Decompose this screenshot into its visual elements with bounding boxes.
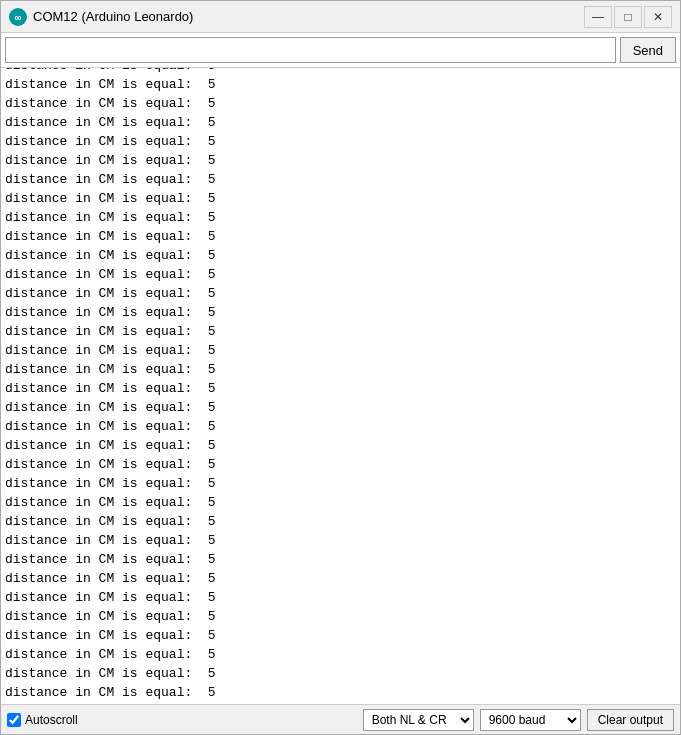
minimize-button[interactable]: —: [584, 6, 612, 28]
output-line: distance in CM is equal: 5: [5, 265, 676, 284]
output-line: distance in CM is equal: 5: [5, 550, 676, 569]
window-controls: — □ ✕: [584, 6, 672, 28]
output-line: distance in CM is equal: 5: [5, 151, 676, 170]
output-line: distance in CM is equal: 5: [5, 170, 676, 189]
output-area[interactable]: distance in CM is equal: 5distance in CM…: [1, 68, 680, 704]
output-line: distance in CM is equal: 5: [5, 436, 676, 455]
output-line: distance in CM is equal: 5: [5, 227, 676, 246]
output-line: distance in CM is equal: 5: [5, 531, 676, 550]
output-line: distance in CM is equal: 5: [5, 417, 676, 436]
output-line: distance in CM is equal: 5: [5, 94, 676, 113]
maximize-button[interactable]: □: [614, 6, 642, 28]
serial-input[interactable]: [5, 37, 616, 63]
output-line: distance in CM is equal: 5: [5, 113, 676, 132]
output-line: distance in CM is equal: 5: [5, 68, 676, 75]
output-line: distance in CM is equal: 5: [5, 455, 676, 474]
output-line: distance in CM is equal: 5: [5, 588, 676, 607]
clear-output-button[interactable]: Clear output: [587, 709, 674, 731]
send-button[interactable]: Send: [620, 37, 676, 63]
autoscroll-label[interactable]: Autoscroll: [7, 713, 78, 727]
svg-text:∞: ∞: [14, 12, 21, 23]
close-button[interactable]: ✕: [644, 6, 672, 28]
output-line: distance in CM is equal: 5: [5, 379, 676, 398]
output-line: distance in CM is equal: 5: [5, 569, 676, 588]
output-line: distance in CM is equal: 5: [5, 284, 676, 303]
serial-monitor-window: ∞ COM12 (Arduino Leonardo) — □ ✕ Send di…: [0, 0, 681, 735]
output-line: distance in CM is equal: 5: [5, 626, 676, 645]
output-line: distance in CM is equal: 5: [5, 132, 676, 151]
output-line: distance in CM is equal: 5: [5, 208, 676, 227]
output-line: distance in CM is equal: 5: [5, 303, 676, 322]
autoscroll-checkbox[interactable]: [7, 713, 21, 727]
output-line: distance in CM is equal: 5: [5, 664, 676, 683]
output-line: distance in CM is equal: 5: [5, 683, 676, 702]
output-line: distance in CM is equal: 5: [5, 322, 676, 341]
output-line: distance in CM is equal: 5: [5, 189, 676, 208]
baud-rate-select[interactable]: 300 baud1200 baud2400 baud4800 baud9600 …: [480, 709, 581, 731]
output-line: distance in CM is equal: 5: [5, 246, 676, 265]
title-bar: ∞ COM12 (Arduino Leonardo) — □ ✕: [1, 1, 680, 33]
window-title: COM12 (Arduino Leonardo): [33, 9, 584, 24]
output-line: distance in CM is equal: 5: [5, 493, 676, 512]
bottom-bar: Autoscroll No line endingNewlineCarriage…: [1, 704, 680, 734]
autoscroll-text: Autoscroll: [25, 713, 78, 727]
output-line: distance in CM is equal: 5: [5, 474, 676, 493]
output-line: distance in CM is equal: 5: [5, 512, 676, 531]
output-line: distance in CM is equal: 5: [5, 645, 676, 664]
output-line: distance in CM is equal: 5: [5, 341, 676, 360]
input-row: Send: [1, 33, 680, 68]
arduino-icon: ∞: [9, 8, 27, 26]
output-line: distance in CM is equal: 5: [5, 360, 676, 379]
output-line: distance in CM is equal: 5: [5, 607, 676, 626]
output-line: distance in CM is equal: 5: [5, 398, 676, 417]
output-line: distance in CM is equal: 5: [5, 75, 676, 94]
line-ending-select[interactable]: No line endingNewlineCarriage returnBoth…: [363, 709, 474, 731]
